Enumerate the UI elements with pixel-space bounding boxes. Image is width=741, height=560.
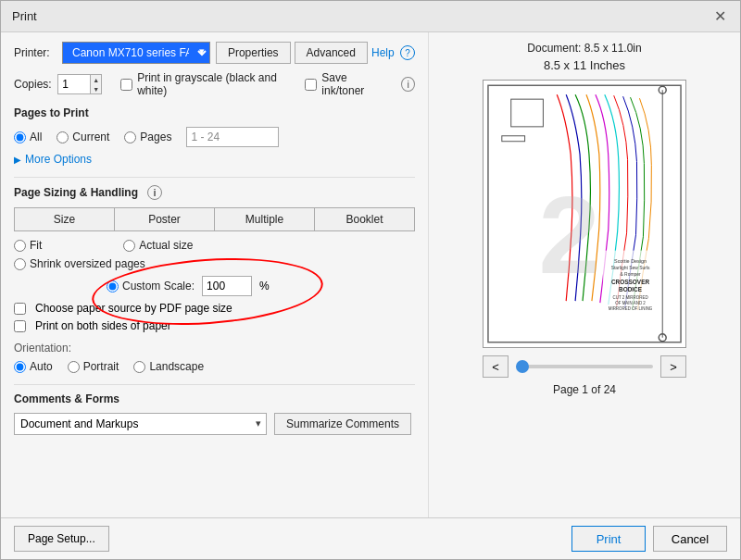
printer-select-wrap: Canon MX710 series FAX WS <box>62 42 210 64</box>
pages-pages-label[interactable]: Pages <box>124 131 171 143</box>
pages-section-header: Pages to Print <box>14 106 415 119</box>
footer-buttons: Print Cancel <box>571 526 727 552</box>
landscape-radio[interactable] <box>133 361 145 373</box>
more-options[interactable]: ▶ More Options <box>14 153 415 166</box>
save-ink-label[interactable]: Save ink/toner <box>305 71 384 97</box>
comments-header: Comments & Forms <box>14 392 415 405</box>
svg-text:MIRRORED OF LINING: MIRRORED OF LINING <box>609 306 653 311</box>
advanced-button[interactable]: Advanced <box>295 42 368 64</box>
actual-size-label[interactable]: Actual size <box>123 239 193 252</box>
copies-spin-wrap: ▲ ▼ <box>57 74 102 94</box>
portrait-label[interactable]: Portrait <box>68 360 119 373</box>
preview-svg: Scottie Design Starlight Sew Surls & Rom… <box>484 81 685 347</box>
grayscale-label[interactable]: Print in grayscale (black and white) <box>120 71 292 97</box>
grayscale-checkbox[interactable] <box>120 79 132 91</box>
page-sizing-section: Page Sizing & Handling i Size Poster Mul… <box>14 185 415 332</box>
save-ink-checkbox[interactable] <box>305 79 317 91</box>
printer-select[interactable]: Canon MX710 series FAX WS <box>62 42 210 64</box>
fit-row: Fit Actual size <box>14 239 415 252</box>
tab-multiple[interactable]: Multiple <box>214 207 314 231</box>
right-panel: Document: 8.5 x 11.0in 8.5 x 11 Inches <box>429 32 740 517</box>
help-label: Help <box>371 46 395 59</box>
print-button[interactable]: Print <box>571 526 646 552</box>
preview-nav: < > <box>483 355 686 378</box>
prev-page-button[interactable]: < <box>483 355 509 378</box>
pages-current-label[interactable]: Current <box>57 131 109 143</box>
cancel-button[interactable]: Cancel <box>653 526 727 552</box>
close-button[interactable]: ✕ <box>710 7 729 26</box>
svg-text:CROSSOVER: CROSSOVER <box>611 279 649 285</box>
help-link[interactable]: Help ? <box>371 45 415 60</box>
divider-1 <box>14 177 415 178</box>
both-sides-checkbox[interactable] <box>14 320 26 332</box>
both-sides-row: Print on both sides of paper <box>14 319 415 332</box>
landscape-label[interactable]: Landscape <box>133 360 204 373</box>
spin-up[interactable]: ▲ <box>91 75 101 84</box>
custom-scale-label[interactable]: Custom Scale: <box>107 280 195 292</box>
print-preview: Scottie Design Starlight Sew Surls & Rom… <box>483 80 686 348</box>
next-page-button[interactable]: > <box>660 355 686 378</box>
tab-booklet[interactable]: Booklet <box>314 207 415 231</box>
orientation-label: Orientation: <box>14 342 415 355</box>
dialog-title: Print <box>12 9 37 23</box>
page-slider[interactable] <box>516 365 653 368</box>
svg-text:CUT 2 MIRRORED: CUT 2 MIRRORED <box>612 295 647 300</box>
pages-radio-row: All Current Pages <box>14 127 415 147</box>
sizing-content: Fit Actual size Shrink oversized pages <box>14 239 415 296</box>
copies-input[interactable] <box>57 74 91 94</box>
doc-size-label: 8.5 x 11 Inches <box>544 58 625 72</box>
pages-all-radio[interactable] <box>14 131 26 143</box>
orientation-radio-row: Auto Portrait Landscape <box>14 360 415 373</box>
custom-scale-radio[interactable] <box>107 280 119 292</box>
svg-text:Scottie Design: Scottie Design <box>614 258 647 264</box>
fit-label[interactable]: Fit <box>14 239 42 252</box>
page-label: Page 1 of 24 <box>553 383 616 396</box>
actual-size-radio[interactable] <box>123 240 135 252</box>
svg-text:BODICE: BODICE <box>619 286 643 292</box>
comments-section: Comments & Forms Document and MarkupsDoc… <box>14 392 415 435</box>
percent-label: % <box>259 280 270 292</box>
spin-arrows: ▲ ▼ <box>91 74 102 94</box>
svg-text:OF MAIN AND 2: OF MAIN AND 2 <box>615 301 646 305</box>
orientation-section: Orientation: Auto Portrait Landscape <box>14 342 415 373</box>
tab-size[interactable]: Size <box>14 207 114 231</box>
pages-range-input[interactable] <box>186 127 279 147</box>
custom-scale-input[interactable] <box>202 276 252 296</box>
copies-row: Copies: ▲ ▼ Print in grayscale (black an… <box>14 71 415 97</box>
title-bar: Print ✕ <box>1 1 740 32</box>
pdf-source-row: Choose paper source by PDF page size <box>14 302 415 315</box>
help-icon: ? <box>400 45 415 60</box>
shrink-row: Shrink oversized pages <box>14 257 415 270</box>
custom-scale-row: Custom Scale: % <box>14 276 415 296</box>
pages-current-radio[interactable] <box>57 131 69 143</box>
comments-select-wrap: Document and MarkupsDocumentForm fields … <box>14 413 267 435</box>
pages-pages-radio[interactable] <box>124 131 136 143</box>
comments-row: Document and MarkupsDocumentForm fields … <box>14 413 415 435</box>
tab-poster[interactable]: Poster <box>114 207 214 231</box>
left-panel: Printer: Canon MX710 series FAX WS Prope… <box>1 32 429 517</box>
svg-text:Starlight Sew Surls: Starlight Sew Surls <box>611 266 650 270</box>
printer-label: Printer: <box>14 46 62 59</box>
sizing-info-icon[interactable]: i <box>147 185 162 200</box>
spin-down[interactable]: ▼ <box>91 84 101 93</box>
auto-radio[interactable] <box>14 361 26 373</box>
dialog-body: Printer: Canon MX710 series FAX WS Prope… <box>1 32 740 517</box>
page-setup-button[interactable]: Page Setup... <box>14 526 109 552</box>
portrait-radio[interactable] <box>68 361 80 373</box>
shrink-radio[interactable] <box>14 258 26 270</box>
svg-text:2: 2 <box>538 173 599 296</box>
auto-label[interactable]: Auto <box>14 360 53 373</box>
pdf-source-checkbox[interactable] <box>14 303 26 315</box>
summarize-comments-button[interactable]: Summarize Comments <box>274 413 411 435</box>
copies-label: Copies: <box>14 78 57 91</box>
pages-to-print-section: Pages to Print All Current Pages <box>14 106 415 166</box>
svg-text:& Romper: & Romper <box>620 272 641 277</box>
fit-radio[interactable] <box>14 240 26 252</box>
pages-all-label[interactable]: All <box>14 131 42 143</box>
comments-select[interactable]: Document and MarkupsDocumentForm fields … <box>14 413 267 435</box>
copies-info-icon[interactable]: i <box>401 77 415 92</box>
fit-options: Fit Actual size Shrink oversized pages <box>14 239 415 296</box>
doc-info-label: Document: 8.5 x 11.0in <box>527 42 641 55</box>
properties-button[interactable]: Properties <box>216 42 291 64</box>
shrink-label[interactable]: Shrink oversized pages <box>14 257 145 270</box>
